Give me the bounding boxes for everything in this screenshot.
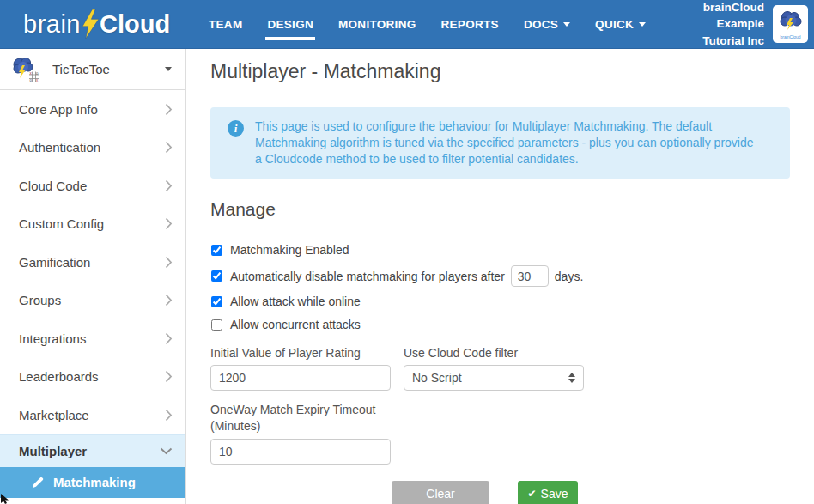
sidebar-subitem-matchmaking[interactable]: Matchmaking (0, 467, 185, 498)
concurrent-attacks-label: Allow concurrent attacks (230, 318, 361, 331)
nav-item-team[interactable]: TEAM (209, 0, 242, 48)
nav-item-quick-label: QUICK (595, 18, 634, 31)
page-title: Multiplayer - Matchmaking (210, 60, 790, 83)
auto-disable-checkbox[interactable] (211, 270, 222, 282)
logo-brain-text: brain (23, 10, 81, 39)
auto-disable-label-after: days. (555, 270, 583, 283)
team-name-line2: Tutorial Inc (671, 33, 764, 50)
info-alert: i This page is used to configure the beh… (210, 107, 790, 179)
sidebar-item-label: Authentication (19, 140, 100, 155)
top-navbar: brain Cloud TEAM DESIGN MONITORING REPOR… (0, 0, 814, 49)
sidebar-item-custom-config[interactable]: Custom Config (0, 205, 185, 244)
nav-item-docs[interactable]: DOCS (524, 0, 570, 48)
player-rating-label: Initial Value of Player Rating (210, 346, 391, 360)
section-divider (210, 228, 598, 228)
oneway-timeout-label: OneWay Match Expiry Timeout (Minutes) (210, 402, 790, 434)
braincloud-logo[interactable]: brain Cloud (0, 8, 186, 40)
cloud-code-filter-field: Use Cloud Code filter No Script (404, 346, 584, 391)
cloud-code-filter-select[interactable]: No Script (404, 365, 584, 391)
sidebar-item-cloud-code[interactable]: Cloud Code (0, 167, 185, 205)
sidebar-item-multiplayer[interactable]: Multiplayer (0, 434, 185, 467)
player-rating-input[interactable] (210, 365, 391, 391)
sidebar-item-label: Leaderboards (19, 369, 99, 384)
team-name: brainCloud Example Tutorial Inc (671, 0, 764, 49)
sidebar-item-label: Cloud Code (19, 179, 87, 193)
nav-item-design[interactable]: DESIGN (267, 0, 313, 48)
sidebar-item-leaderboards[interactable]: Leaderboards (0, 358, 185, 397)
chevron-right-icon (165, 332, 173, 345)
sidebar-item-label: Multiplayer (19, 444, 87, 458)
save-button[interactable]: ✔ Save (518, 481, 578, 504)
chevron-right-icon (165, 370, 173, 383)
mouse-cursor (1, 494, 11, 504)
sidebar-item-label: Core App Info (19, 102, 98, 117)
chevron-right-icon (165, 294, 173, 307)
chevron-right-icon (165, 141, 173, 154)
main-content: Multiplayer - Matchmaking i This page is… (186, 49, 814, 504)
sidebar-item-groups[interactable]: Groups (0, 282, 185, 320)
sidebar-item-label: Groups (19, 293, 61, 307)
brain-logo-icon (776, 9, 805, 35)
team-logo-text: brainCloud (780, 34, 800, 39)
section-title-manage: Manage (210, 199, 790, 220)
title-divider (210, 88, 790, 88)
fields-row: Initial Value of Player Rating Use Cloud… (210, 346, 790, 391)
team-logo[interactable]: brainCloud (773, 5, 808, 43)
matchmaking-enabled-label: Matchmaking Enabled (230, 243, 349, 257)
chevron-down-icon (639, 22, 646, 27)
auto-disable-label-before: Automatically disable matchmaking for pl… (230, 270, 505, 283)
chevron-down-icon (563, 22, 570, 27)
sidebar-item-core-app-info[interactable]: Core App Info (0, 90, 185, 129)
sidebar-item-integrations[interactable]: Integrations (0, 319, 185, 358)
player-rating-field: Initial Value of Player Rating (210, 346, 391, 391)
check-icon: ✔ (528, 488, 537, 500)
oneway-timeout-field: OneWay Match Expiry Timeout (Minutes) (210, 402, 790, 465)
main-nav: TEAM DESIGN MONITORING REPORTS DOCS QUIC… (186, 0, 671, 48)
form-buttons-row: Clear ✔ Save (210, 481, 598, 504)
matchmaking-enabled-checkbox[interactable] (211, 245, 222, 256)
sidebar-item-marketplace[interactable]: Marketplace (0, 396, 185, 434)
oneway-timeout-input[interactable] (210, 439, 391, 465)
oneway-timeout-label-line1: OneWay Match Expiry Timeout (210, 402, 790, 418)
chevron-right-icon (165, 256, 173, 269)
nav-item-docs-label: DOCS (524, 18, 558, 31)
chevron-down-icon (160, 447, 173, 455)
chevron-right-icon (165, 409, 173, 422)
tictactoe-app-icon: x o o x (9, 56, 40, 83)
clear-button[interactable]: Clear (392, 481, 489, 504)
attack-online-checkbox[interactable] (211, 296, 222, 307)
chevron-right-icon (165, 179, 173, 192)
chevron-right-icon (165, 103, 173, 116)
cloud-code-filter-label: Use Cloud Code filter (404, 346, 584, 360)
nav-item-reports[interactable]: REPORTS (441, 0, 499, 48)
oneway-timeout-label-line2: (Minutes) (210, 418, 790, 434)
concurrent-attacks-row: Allow concurrent attacks (210, 318, 790, 331)
sidebar-item-gamification[interactable]: Gamification (0, 243, 185, 282)
pencil-icon (32, 477, 44, 489)
sidebar-subitem-label: Matchmaking (53, 475, 136, 489)
info-icon: i (228, 120, 244, 137)
app-selector[interactable]: x o o x TicTacToe (0, 49, 185, 90)
sidebar-item-label: Integrations (19, 331, 86, 346)
sidebar-item-label: Marketplace (19, 408, 89, 422)
app-selector-label: TicTacToe (52, 62, 110, 76)
team-info[interactable]: brainCloud Example Tutorial Inc brainClo… (671, 0, 814, 49)
team-name-line1: brainCloud Example (671, 0, 764, 33)
nav-item-quick[interactable]: QUICK (595, 0, 646, 48)
sidebar-item-authentication[interactable]: Authentication (0, 129, 185, 167)
chevron-down-icon (165, 67, 172, 71)
info-alert-text: This page is used to configure the behav… (255, 118, 763, 167)
updown-arrows-icon (568, 373, 575, 383)
lightning-bolt-icon (82, 9, 99, 42)
sidebar-item-label: Gamification (19, 255, 90, 270)
attack-online-label: Allow attack while online (230, 295, 361, 308)
cloud-code-filter-selected-value: No Script (412, 371, 462, 385)
attack-online-row: Allow attack while online (210, 295, 790, 308)
logo-cloud-text: Cloud (100, 10, 170, 39)
save-button-label: Save (541, 487, 568, 501)
chevron-right-icon (165, 217, 173, 230)
concurrent-attacks-checkbox[interactable] (211, 319, 222, 331)
sidebar: x o o x TicTacToe Core App Info Authenti… (0, 49, 186, 504)
nav-item-monitoring[interactable]: MONITORING (338, 0, 416, 48)
auto-disable-days-input[interactable] (511, 265, 549, 287)
